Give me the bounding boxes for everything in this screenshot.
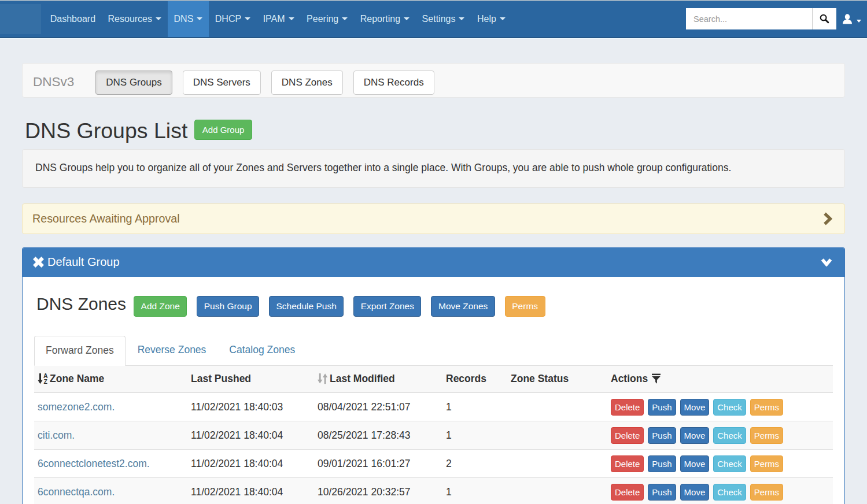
svg-text:Z: Z bbox=[44, 378, 48, 384]
